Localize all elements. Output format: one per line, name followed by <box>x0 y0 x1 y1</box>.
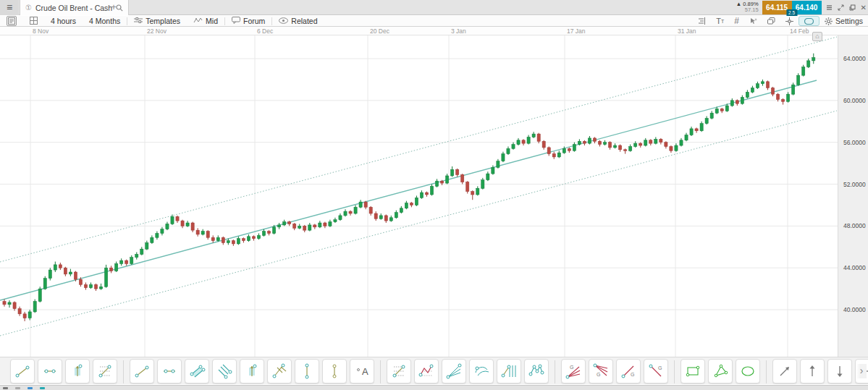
tool-down-button[interactable]: Down <box>827 359 852 384</box>
window-controls: ✕ <box>826 0 867 15</box>
grid-toggle-button[interactable]: # <box>729 16 744 27</box>
price-axis-label: 64.0000 <box>843 55 866 62</box>
fibonacci-icon <box>93 359 117 383</box>
layout-button[interactable] <box>23 16 44 27</box>
down-icon <box>827 359 852 383</box>
expand-icon[interactable] <box>838 4 844 11</box>
tool-gfnup-button[interactable]: GG. Fn. Up <box>561 359 586 384</box>
sell-price-button[interactable]: 64.115 2.5 <box>762 1 792 14</box>
chart-area[interactable]: 8 Nov22 Nov6 Dec20 Dec3 Jan17 Jan31 Jan1… <box>0 27 868 357</box>
price-axis[interactable]: 64.000060.000056.000052.000048.000044.00… <box>838 35 868 357</box>
status-icon[interactable] <box>40 387 45 389</box>
range-dropdown[interactable]: 4 Months <box>83 16 127 27</box>
channel-icon <box>185 359 209 383</box>
tool-fibonacci-button[interactable]: Fibonacci <box>387 359 411 384</box>
tab-bar: ≡ ① Crude Oil Brent - Cash + ▲ 0.89% 57.… <box>0 0 868 15</box>
toolbar-scroll-right-button[interactable]: › <box>856 364 867 378</box>
forum-icon <box>232 17 240 25</box>
settings-label: Settings <box>835 17 863 25</box>
tool-glnup-button[interactable]: GG. Ln. Up <box>616 359 641 384</box>
gfndwn-icon: G <box>589 359 613 383</box>
interval-dropdown[interactable]: 4 hours <box>44 16 83 27</box>
close-icon[interactable]: ✕ <box>861 4 867 12</box>
text-tool-button[interactable]: TT <box>711 16 729 27</box>
tool-trend-button[interactable]: Trend <box>10 359 35 384</box>
tool-channel-button[interactable]: Channel <box>185 359 209 384</box>
trend-icon <box>130 359 154 383</box>
settings-button[interactable]: Settings <box>819 16 868 27</box>
chart-type-button[interactable] <box>0 16 23 27</box>
shape-cursor-button[interactable] <box>799 16 819 26</box>
panel-menu-icon[interactable] <box>826 4 833 11</box>
price-axis-label: 40.0000 <box>843 306 866 313</box>
date-axis-label: 8 Nov <box>33 27 49 35</box>
tool-note-button[interactable]: ANote <box>350 359 374 384</box>
date-axis-label: 31 Jan <box>678 27 696 35</box>
note-icon: A <box>350 359 374 383</box>
date-axis-label: 14 Feb <box>790 27 809 35</box>
popout-icon[interactable] <box>849 4 856 11</box>
tool-arrow-button[interactable]: Arrow <box>772 359 797 384</box>
tool-oval-button[interactable]: Oval <box>736 359 760 384</box>
status-icon[interactable] <box>15 387 20 389</box>
up-icon <box>800 359 825 383</box>
date-axis-label: 20 Dec <box>370 27 389 35</box>
candlestick-chart[interactable] <box>0 27 838 357</box>
price-icon <box>240 359 264 383</box>
forum-button[interactable]: Forum <box>225 16 271 27</box>
price-axis-label: 60.0000 <box>843 97 866 104</box>
tool-gfndwn-button[interactable]: GG. Fn. Dwn <box>589 359 613 384</box>
tool-fibonacci-button[interactable]: Fibonacci <box>93 359 117 384</box>
tool-price-button[interactable]: Price <box>65 359 90 384</box>
fibext-icon <box>414 359 439 383</box>
tool-fibtime-button[interactable]: Fib. Time <box>497 359 521 384</box>
related-button[interactable]: Related <box>272 16 324 27</box>
tool-fibfan-button[interactable]: Fib. Fan <box>442 359 466 384</box>
tool-fixed-button[interactable]: Fixed <box>322 359 347 384</box>
fixed-icon <box>322 359 347 383</box>
chart-style-icon <box>7 16 17 26</box>
duplicate-chart-button[interactable] <box>762 16 780 27</box>
tool-up-button[interactable]: Up <box>800 359 825 384</box>
home-marker-icon[interactable]: ⌂ <box>812 32 822 41</box>
tool-rect-button[interactable]: Rectangle <box>681 359 705 384</box>
drawbar-separator <box>766 360 767 383</box>
spread-badge: 2.5 <box>786 9 797 16</box>
tool-price-button[interactable]: Price <box>240 359 264 384</box>
tool-gartley-button[interactable]: Gartley <box>524 359 549 384</box>
main-menu-button[interactable]: ≡ <box>0 0 19 15</box>
tool-trend-button[interactable]: Trend <box>130 359 154 384</box>
tool-pitchfork-button[interactable]: Pitchfork <box>267 359 292 384</box>
drawbar-separator <box>555 360 555 383</box>
indicators-list-button[interactable] <box>693 16 711 27</box>
tool-line-button[interactable]: Line <box>295 359 319 384</box>
mid-label: Mid <box>206 17 218 25</box>
svg-text:A: A <box>362 366 368 377</box>
pointer-tool-button[interactable] <box>744 16 762 27</box>
tab-title: Crude Oil Brent - Cash <box>35 4 112 12</box>
tool-triangle-button[interactable]: Triangle <box>708 359 733 384</box>
date-axis-label: 3 Jan <box>451 27 466 35</box>
tool-srline-button[interactable]: S/R Line <box>38 359 62 384</box>
date-axis: 8 Nov22 Nov6 Dec20 Dec3 Jan17 Jan31 Jan1… <box>0 27 868 35</box>
templates-button[interactable]: Templates <box>127 16 187 27</box>
tool-fibext-button[interactable]: Fib. Ext <box>414 359 439 384</box>
change-points: 57.15 <box>736 7 759 13</box>
new-tab-button[interactable]: + <box>106 2 122 13</box>
mid-button[interactable]: Mid <box>187 16 224 27</box>
templates-label: Templates <box>146 17 180 25</box>
tool-glndwn-button[interactable]: GG. Ln. Dwn <box>644 359 668 384</box>
tool-fibarc-button[interactable]: Fib. Arc <box>469 359 494 384</box>
glnup-icon: G <box>616 359 641 383</box>
sell-price: 64.115 <box>766 4 788 12</box>
status-icon[interactable] <box>3 387 8 389</box>
price-change: ▲ 0.89% 57.15 <box>736 1 759 13</box>
price-icon <box>65 359 90 383</box>
gartley-icon <box>524 359 549 383</box>
status-icon[interactable] <box>28 387 33 389</box>
tool-srline-button[interactable]: S/R Line <box>157 359 182 384</box>
crosshair-button[interactable] <box>780 16 799 27</box>
srline-icon <box>157 359 182 383</box>
tool-raff-button[interactable]: Raff <box>212 359 237 384</box>
glndwn-icon: G <box>644 359 668 383</box>
